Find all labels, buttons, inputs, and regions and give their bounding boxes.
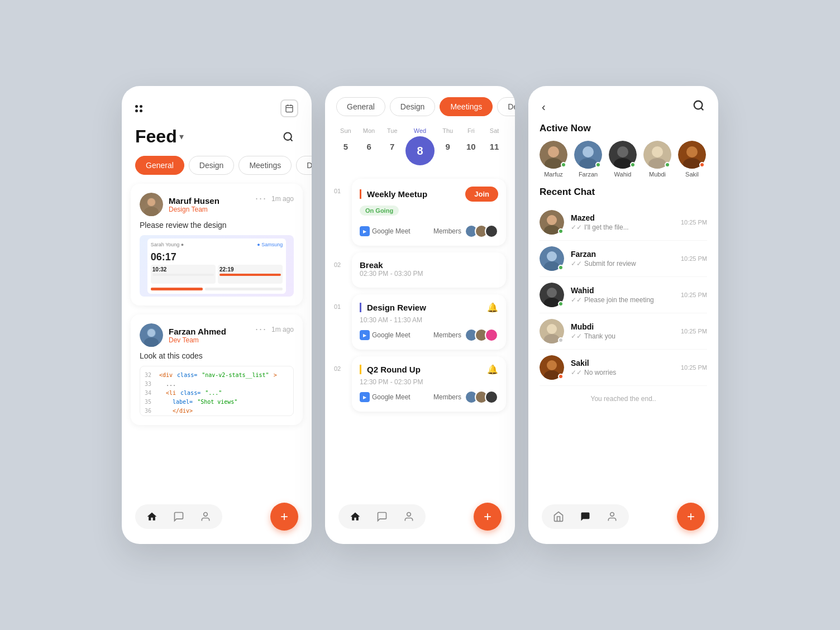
search-button-3[interactable] bbox=[693, 99, 705, 114]
tab2-deve[interactable]: Deve... bbox=[497, 97, 515, 116]
join-button[interactable]: Join bbox=[465, 187, 498, 202]
chat-msg-mazed: I'll get the file... bbox=[584, 223, 629, 231]
avatar-maruf bbox=[140, 193, 163, 216]
meeting-card-weekly: Weekly Meetup Join On Going ▶ Google Mee… bbox=[352, 179, 506, 246]
nav-group-1 bbox=[135, 504, 222, 529]
post-code-2: 32<div class="nav-v2-stats__list"> 33...… bbox=[140, 366, 294, 416]
meeting-footer-q2: ▶ Google Meet Members bbox=[360, 390, 498, 404]
active-name-marfuz: Marfuz bbox=[544, 171, 563, 178]
day-sat[interactable]: Sat 11 bbox=[484, 127, 504, 165]
day-sun[interactable]: Sun 5 bbox=[336, 127, 356, 165]
svg-point-33 bbox=[547, 215, 557, 225]
meeting-card-q2: Q2 Round Up 🔔 12:30 PM - 02:30 PM ▶ Goog… bbox=[352, 356, 506, 412]
tab-design[interactable]: Design bbox=[189, 156, 235, 175]
chat-name-wahid: Wahid bbox=[571, 286, 674, 295]
chat-time-mazed: 10:25 PM bbox=[681, 219, 707, 226]
day-mon[interactable]: Mon 6 bbox=[359, 127, 379, 165]
meeting-section-1: 01 Weekly Meetup Join On Going ▶ Google … bbox=[334, 179, 506, 246]
svg-point-45 bbox=[547, 360, 557, 370]
chat-item-mazed[interactable]: Mazed ✓✓ I'll get the file... 10:25 PM bbox=[540, 204, 707, 241]
online-dot-farzan bbox=[595, 162, 601, 168]
day-wed-active[interactable]: Wed 8 bbox=[405, 127, 435, 165]
feed-chevron[interactable]: ▾ bbox=[179, 131, 184, 142]
nav-home-2[interactable] bbox=[347, 509, 363, 524]
more-options-1[interactable]: ··· bbox=[255, 193, 267, 204]
meet-icon-3: ▶ bbox=[360, 392, 370, 402]
online-dot-marfuz bbox=[561, 162, 566, 168]
meeting-section-design: 01 Design Review 🔔 10:30 AM - 11:30 AM ▶… bbox=[334, 294, 506, 350]
bell-icon-1[interactable]: 🔔 bbox=[487, 302, 498, 313]
active-user-wahid: Wahid bbox=[609, 141, 637, 178]
day-tue[interactable]: Tue 7 bbox=[382, 127, 402, 165]
chat-item-wahid[interactable]: Wahid ✓✓ Please join the meeting 10:25 P… bbox=[540, 277, 707, 313]
fab-button-2[interactable]: + bbox=[474, 503, 502, 531]
tab2-general[interactable]: General bbox=[336, 97, 385, 116]
chat-dot-wahid bbox=[558, 301, 564, 307]
back-button[interactable]: ‹ bbox=[542, 101, 546, 113]
chat-name-farzan: Farzan bbox=[571, 250, 674, 259]
chat-msg-mubdi: Thank you bbox=[584, 332, 615, 340]
meeting-num-design: 01 bbox=[334, 294, 345, 350]
post-team-2: Dev Team bbox=[169, 336, 226, 344]
active-user-sakil: Sakil bbox=[678, 141, 706, 178]
chat-msg-wahid: Please join the meeting bbox=[584, 296, 654, 304]
day-fri[interactable]: Fri 10 bbox=[461, 127, 481, 165]
bell-icon-2[interactable]: 🔔 bbox=[487, 364, 498, 375]
active-user-mubdi: Mubdi bbox=[643, 141, 671, 178]
google-meet-1: ▶ Google Meet bbox=[360, 226, 411, 236]
nav-profile-3[interactable] bbox=[604, 509, 620, 524]
post-time-2: 1m ago bbox=[271, 326, 294, 333]
post-user-1: Maruf Husen Design Team bbox=[140, 193, 219, 216]
svg-point-47 bbox=[610, 513, 614, 517]
post-team-1: Design Team bbox=[169, 206, 219, 213]
nav-home-3[interactable] bbox=[551, 509, 566, 524]
post-user-2: Farzan Ahmed Dev Team bbox=[140, 323, 226, 347]
nav-profile-2[interactable] bbox=[401, 509, 417, 524]
chat-item-sakil[interactable]: Sakil ✓✓ No worries 10:25 PM bbox=[540, 350, 707, 386]
meeting-num-q2: 02 bbox=[334, 356, 345, 412]
feed-title: Feed bbox=[135, 126, 177, 147]
calendar-icon[interactable] bbox=[280, 99, 298, 117]
chat-item-farzan[interactable]: Farzan ✓✓ Submit for review 10:25 PM bbox=[540, 241, 707, 277]
chat-msg-farzan: Submit for review bbox=[584, 260, 636, 268]
nav-chat-1[interactable] bbox=[171, 509, 187, 524]
chat-name-mubdi: Mubdi bbox=[571, 322, 674, 331]
tab2-design[interactable]: Design bbox=[390, 97, 436, 116]
chat-item-mubdi[interactable]: Mubdi ✓✓ Thank you 10:25 PM bbox=[540, 313, 707, 350]
meeting-card-design: Design Review 🔔 10:30 AM - 11:30 AM ▶ Go… bbox=[352, 294, 506, 350]
nav-home-1[interactable] bbox=[144, 509, 160, 524]
tab-meetings[interactable]: Meetings bbox=[238, 156, 292, 175]
meeting-num-break: 02 bbox=[334, 252, 345, 288]
fab-button-3[interactable]: + bbox=[677, 503, 705, 531]
read-check-mubdi: ✓✓ bbox=[571, 332, 582, 340]
post-header-1: Maruf Husen Design Team ··· 1m ago bbox=[140, 193, 294, 216]
meet-icon-2: ▶ bbox=[360, 330, 370, 340]
tab2-meetings[interactable]: Meetings bbox=[440, 97, 493, 116]
bottom-nav-2: + bbox=[325, 494, 515, 544]
nav-chat-2[interactable] bbox=[374, 509, 390, 524]
avatar-farzan bbox=[140, 323, 163, 347]
menu-icon[interactable] bbox=[135, 105, 142, 112]
fab-button-1[interactable]: + bbox=[270, 503, 298, 531]
search-button[interactable] bbox=[278, 127, 298, 147]
post-text-2: Look at this codes bbox=[140, 351, 294, 360]
day-thu[interactable]: Thu 9 bbox=[438, 127, 458, 165]
meeting-num-1: 01 bbox=[334, 179, 345, 246]
chat-time-mubdi: 10:25 PM bbox=[681, 328, 707, 335]
nav-chat-3[interactable] bbox=[578, 509, 593, 524]
ongoing-badge: On Going bbox=[360, 206, 399, 216]
nav-profile-1[interactable] bbox=[198, 509, 213, 524]
chat-name-sakil: Sakil bbox=[571, 359, 674, 367]
meeting-card-break: Break 02:30 PM - 03:30 PM bbox=[352, 252, 506, 288]
recent-chat-section: Recent Chat Mazed ✓✓ I'll get the file..… bbox=[528, 187, 718, 494]
meeting-title-break: Break bbox=[360, 260, 498, 270]
chat-name-mazed: Mazed bbox=[571, 213, 674, 222]
tab-general[interactable]: General bbox=[135, 156, 184, 175]
svg-point-36 bbox=[547, 251, 557, 261]
active-name-farzan: Farzan bbox=[579, 171, 598, 178]
tabs-row: General Design Meetings Deve... bbox=[122, 156, 312, 184]
chat-time-wahid: 10:25 PM bbox=[681, 292, 707, 298]
read-check-sakil: ✓✓ bbox=[571, 369, 582, 376]
tab-deve[interactable]: Deve... bbox=[296, 156, 312, 175]
more-options-2[interactable]: ··· bbox=[255, 323, 267, 335]
